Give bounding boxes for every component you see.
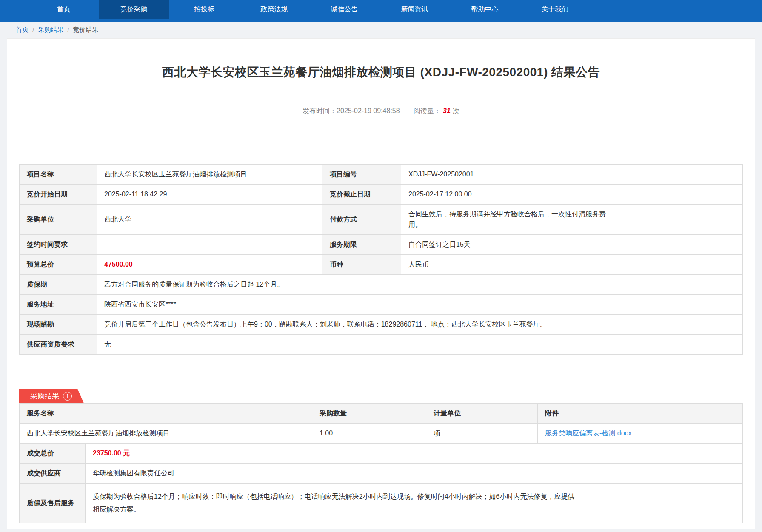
summary-label-supplier: 成交供应商: [20, 464, 86, 484]
attachment-link[interactable]: 服务类响应偏离表-检测.docx: [545, 430, 632, 437]
header-unit: 计量单位: [426, 404, 538, 424]
nav-item-bidding-purchase[interactable]: 竞价采购: [99, 0, 169, 19]
project-info-table: 项目名称 西北大学长安校区玉兰苑餐厅油烟排放检测项目 项目编号 XDJJ-FW-…: [19, 164, 743, 355]
table-row: 竞价开始日期 2025-02-11 18:42:29 竞价截止日期 2025-0…: [20, 185, 743, 205]
summary-value-warranty-service: 质保期为验收合格后12个月；响应时效：即时响应（包括电话响应）；电话响应无法解决…: [86, 484, 743, 523]
publish-time-label: 发布时间：: [303, 107, 337, 114]
nav-item-news[interactable]: 新闻资讯: [380, 0, 450, 19]
table-row: 服务地址 陕西省西安市长安区****: [20, 295, 743, 315]
info-value-currency: 人民币: [401, 255, 743, 275]
summary-label-warranty-service: 质保及售后服务: [20, 484, 86, 523]
info-label-budget: 预算总价: [20, 255, 97, 275]
breadcrumb: 首页 / 采购结果 / 竞价结果: [0, 22, 762, 38]
summary-value-deal-price: 23750.00 元: [86, 444, 743, 464]
info-value-service-term: 自合同签订之日15天: [401, 235, 743, 255]
info-label-warranty: 质保期: [20, 275, 97, 295]
breadcrumb-separator: /: [67, 26, 69, 34]
summary-value-supplier: 华研检测集团有限责任公司: [86, 464, 743, 484]
info-label-end-date: 竞价截止日期: [322, 185, 401, 205]
section-divider: [7, 130, 755, 130]
nav-item-help[interactable]: 帮助中心: [450, 0, 520, 19]
info-value-end-date: 2025-02-17 12:00:00: [401, 185, 743, 205]
info-value-supplier-qualification: 无: [97, 335, 743, 355]
breadcrumb-section-link[interactable]: 采购结果: [38, 26, 63, 34]
info-label-service-term: 服务期限: [322, 235, 401, 255]
publish-time-value: 2025-02-19 09:48:58: [337, 107, 400, 114]
nav-item-policy[interactable]: 政策法规: [239, 0, 309, 19]
read-count-unit: 次: [453, 107, 459, 114]
project-info-table-wrap: 项目名称 西北大学长安校区玉兰苑餐厅油烟排放检测项目 项目编号 XDJJ-FW-…: [19, 164, 743, 355]
table-row: 签约时间要求 服务期限 自合同签订之日15天: [20, 235, 743, 255]
info-value-service-address: 陕西省西安市长安区****: [97, 295, 743, 315]
result-table-wrap: 服务名称 采购数量 计量单位 附件 西北大学长安校区玉兰苑餐厅油烟排放检测项目 …: [19, 403, 743, 523]
publish-time: 发布时间：2025-02-19 09:48:58: [303, 107, 402, 114]
info-value-payment: 合同生效后，待服务期满并经甲方验收合格后，一次性付清服务费用。: [401, 205, 743, 235]
table-row: 采购单位 西北大学 付款方式 合同生效后，待服务期满并经甲方验收合格后，一次性付…: [20, 205, 743, 235]
read-count-value: 31: [443, 107, 451, 114]
info-value-project-name: 西北大学长安校区玉兰苑餐厅油烟排放检测项目: [97, 165, 322, 185]
page-title: 西北大学长安校区玉兰苑餐厅油烟排放检测项目 (XDJJ-FW-202502001…: [7, 64, 755, 80]
publish-meta: 发布时间：2025-02-19 09:48:58 阅读量：31次: [7, 107, 755, 116]
info-label-sign-time: 签约时间要求: [20, 235, 97, 255]
read-count: 阅读量：31次: [414, 107, 459, 114]
nav-item-tender[interactable]: 招投标: [169, 0, 239, 19]
result-unit: 项: [426, 424, 538, 444]
content-card: 西北大学长安校区玉兰苑餐厅油烟排放检测项目 (XDJJ-FW-202502001…: [7, 38, 755, 529]
table-row: 成交总价 23750.00 元: [20, 444, 743, 464]
table-row: 质保期 乙方对合同服务的质量保证期为验收合格后之日起 12个月。: [20, 275, 743, 295]
result-quantity: 1.00: [312, 424, 426, 444]
warranty-service-text: 质保期为验收合格后12个月；响应时效：即时响应（包括电话响应）；电话响应无法解决…: [93, 490, 580, 516]
info-value-warranty: 乙方对合同服务的质量保证期为验收合格后之日起 12个月。: [97, 275, 743, 295]
info-value-site-survey: 竞价开启后第三个工作日（包含公告发布日）上午9：00，踏勘联系人：刘老师，联系电…: [97, 315, 743, 335]
header-service-name: 服务名称: [20, 404, 312, 424]
result-service-name: 西北大学长安校区玉兰苑餐厅油烟排放检测项目: [20, 424, 312, 444]
info-label-project-code: 项目编号: [322, 165, 401, 185]
purchase-result-badge-label: 采购结果: [30, 391, 59, 401]
table-row: 西北大学长安校区玉兰苑餐厅油烟排放检测项目 1.00 项 服务类响应偏离表-检测…: [20, 424, 743, 444]
breadcrumb-separator: /: [32, 26, 34, 34]
breadcrumb-current: 竞价结果: [73, 26, 98, 34]
info-label-payment: 付款方式: [322, 205, 401, 235]
badge-number-icon: 1: [63, 392, 72, 401]
table-row: 项目名称 西北大学长安校区玉兰苑餐厅油烟排放检测项目 项目编号 XDJJ-FW-…: [20, 165, 743, 185]
result-summary-table: 成交总价 23750.00 元 成交供应商 华研检测集团有限责任公司 质保及售后…: [19, 443, 743, 523]
table-header-row: 服务名称 采购数量 计量单位 附件: [20, 404, 743, 424]
info-label-purchaser: 采购单位: [20, 205, 97, 235]
table-row: 质保及售后服务 质保期为验收合格后12个月；响应时效：即时响应（包括电话响应）；…: [20, 484, 743, 523]
info-label-service-address: 服务地址: [20, 295, 97, 315]
table-row: 供应商资质要求 无: [20, 335, 743, 355]
top-navigation: 首页 竞价采购 招投标 政策法规 诚信公告 新闻资讯 帮助中心 关于我们: [0, 0, 762, 22]
header-attachment: 附件: [538, 404, 743, 424]
info-label-start-date: 竞价开始日期: [20, 185, 97, 205]
nav-items: 首页 竞价采购 招投标 政策法规 诚信公告 新闻资讯 帮助中心 关于我们: [0, 0, 762, 19]
read-count-label: 阅读量：: [414, 107, 441, 114]
info-value-purchaser: 西北大学: [97, 205, 322, 235]
summary-label-deal-price: 成交总价: [20, 444, 86, 464]
result-table: 服务名称 采购数量 计量单位 附件 西北大学长安校区玉兰苑餐厅油烟排放检测项目 …: [19, 403, 743, 444]
table-row: 成交供应商 华研检测集团有限责任公司: [20, 464, 743, 484]
info-label-project-name: 项目名称: [20, 165, 97, 185]
info-value-sign-time: [97, 235, 322, 255]
info-value-start-date: 2025-02-11 18:42:29: [97, 185, 322, 205]
purchase-result-badge: 采购结果 1: [19, 389, 84, 403]
table-row: 预算总价 47500.00 币种 人民币: [20, 255, 743, 275]
purchase-result-badge-row: 采购结果 1: [19, 389, 743, 403]
nav-item-integrity[interactable]: 诚信公告: [309, 0, 380, 19]
info-label-site-survey: 现场踏勘: [20, 315, 97, 335]
info-label-supplier-qualification: 供应商资质要求: [20, 335, 97, 355]
breadcrumb-home-link[interactable]: 首页: [16, 26, 29, 34]
payment-text: 合同生效后，待服务期满并经甲方验收合格后，一次性付清服务费用。: [408, 209, 612, 230]
nav-item-about[interactable]: 关于我们: [520, 0, 590, 19]
table-row: 现场踏勘 竞价开启后第三个工作日（包含公告发布日）上午9：00，踏勘联系人：刘老…: [20, 315, 743, 335]
info-value-budget: 47500.00: [97, 255, 322, 275]
nav-item-home[interactable]: 首页: [29, 0, 99, 19]
info-label-currency: 币种: [322, 255, 401, 275]
header-quantity: 采购数量: [312, 404, 426, 424]
result-attachment-cell: 服务类响应偏离表-检测.docx: [538, 424, 743, 444]
info-value-project-code: XDJJ-FW-202502001: [401, 165, 743, 185]
